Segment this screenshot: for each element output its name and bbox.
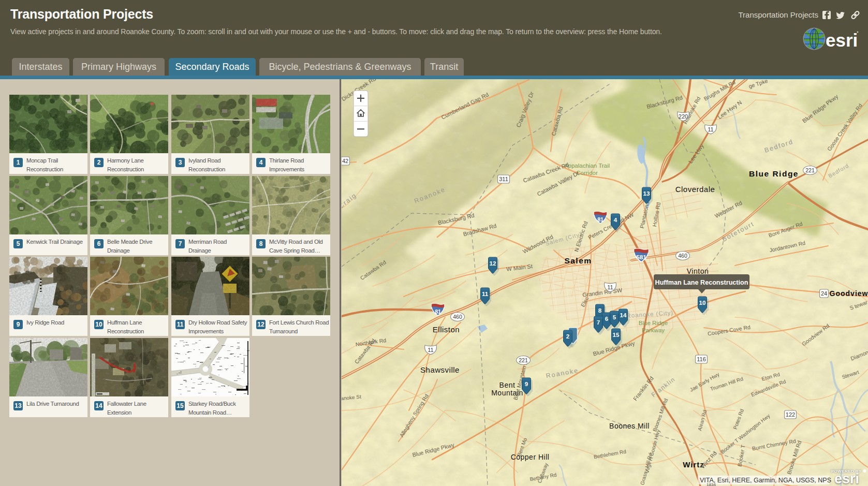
svg-text:81: 81: [435, 308, 441, 315]
svg-text:11: 11: [607, 284, 613, 290]
svg-text:Salem: Salem: [564, 256, 592, 265]
svg-text:esri: esri: [826, 30, 858, 50]
svg-text:1834: 1834: [707, 482, 716, 486]
svg-text:5: 5: [613, 314, 616, 320]
svg-text:Shawsville: Shawsville: [420, 365, 460, 374]
svg-text:esri: esri: [834, 471, 859, 486]
svg-text:460: 460: [678, 253, 687, 259]
svg-text:581: 581: [636, 254, 646, 260]
svg-text:Cloverdale: Cloverdale: [675, 185, 715, 194]
svg-text:221: 221: [519, 357, 528, 363]
svg-text:Goodview: Goodview: [830, 289, 868, 298]
svg-text:460: 460: [453, 314, 462, 320]
svg-text:Vinton: Vinton: [687, 267, 709, 275]
svg-text:11: 11: [482, 291, 489, 297]
svg-text:7: 7: [597, 319, 600, 326]
svg-text:24: 24: [821, 290, 827, 297]
svg-text:220: 220: [679, 113, 688, 120]
svg-text:9: 9: [525, 381, 528, 387]
svg-text:14: 14: [620, 312, 627, 318]
svg-text:Parkway: Parkway: [642, 327, 665, 333]
svg-text:10: 10: [699, 300, 706, 306]
svg-text:Elliston: Elliston: [433, 325, 460, 334]
svg-text:42: 42: [342, 158, 348, 164]
svg-text:Boones Mill: Boones Mill: [609, 422, 650, 430]
svg-text:11: 11: [708, 126, 713, 132]
svg-text:11: 11: [428, 347, 433, 353]
svg-text:Appalachian Trail: Appalachian Trail: [564, 163, 610, 169]
svg-text:13: 13: [643, 190, 650, 197]
svg-text:Huffman Lane Reconstruction: Huffman Lane Reconstruction: [655, 279, 748, 286]
svg-text:2: 2: [566, 333, 569, 340]
svg-text:311: 311: [499, 176, 508, 182]
svg-text:15: 15: [613, 332, 620, 338]
svg-text:VITA, Esri, HERE, Garmin, NGA,: VITA, Esri, HERE, Garmin, NGA, USGS, NPS: [700, 477, 831, 484]
svg-text:6: 6: [605, 316, 608, 322]
svg-text:122: 122: [786, 411, 795, 418]
svg-text:4: 4: [614, 217, 617, 223]
svg-text:221: 221: [805, 167, 815, 173]
svg-text:81: 81: [597, 216, 604, 223]
svg-text:8: 8: [598, 307, 602, 314]
svg-text:Bent: Bent: [499, 381, 516, 389]
svg-text:Blue Ridge: Blue Ridge: [749, 169, 799, 178]
svg-text:12: 12: [490, 260, 496, 267]
svg-text:116: 116: [697, 356, 706, 362]
svg-text:Blue Ridge: Blue Ridge: [639, 320, 668, 326]
